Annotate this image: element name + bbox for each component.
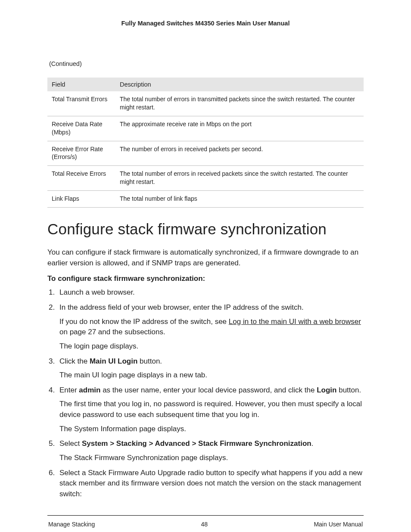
- step-5: Select System > Stacking > Advanced > St…: [57, 439, 364, 463]
- link-login-main-ui[interactable]: Log in to the main UI with a web browser: [229, 317, 361, 326]
- step-4: Enter admin as the user name, enter your…: [57, 385, 364, 435]
- page-footer: Manage Stacking 48 Main User Manual: [47, 521, 364, 528]
- step-sub: The main UI login page displays in a new…: [59, 370, 364, 381]
- step-3: Click the Main UI Login button. The main…: [57, 356, 364, 381]
- table-row: Total Transmit Errors The total number o…: [47, 91, 364, 116]
- login-label: Login: [317, 386, 336, 394]
- field-desc: The total number of errors in transmitte…: [115, 91, 364, 116]
- field-desc: The total number of errors in received p…: [115, 166, 364, 191]
- field-name: Total Receive Errors: [47, 166, 115, 191]
- intro-paragraph: You can configure if stack firmware is a…: [47, 247, 364, 268]
- field-name: Receive Error Rate (Errors/s): [47, 141, 115, 166]
- footer-page-number: 48: [201, 521, 208, 528]
- footer-left: Manage Stacking: [48, 521, 95, 528]
- admin-label: admin: [79, 386, 100, 394]
- continued-label: (Continued): [49, 60, 364, 67]
- field-desc: The approximate receive rate in Mbps on …: [115, 116, 364, 141]
- footer-right: Main User Manual: [314, 521, 363, 528]
- col-field: Field: [47, 78, 115, 91]
- field-desc: The total number of link flaps: [115, 191, 364, 208]
- main-ui-login-label: Main UI Login: [90, 357, 137, 365]
- table-row: Receive Data Rate (Mbps) The approximate…: [47, 116, 364, 141]
- col-description: Description: [115, 78, 364, 91]
- step-6: Select a Stack Firmware Auto Upgrade rad…: [57, 468, 364, 500]
- step-sub: The login page displays.: [59, 341, 364, 352]
- section-title: Configure stack firmware synchronization: [47, 221, 364, 238]
- step-sub: The Stack Firmware Synchronization page …: [59, 453, 364, 464]
- table-row: Receive Error Rate (Errors/s) The number…: [47, 141, 364, 166]
- doc-header: Fully Managed Switches M4350 Series Main…: [47, 20, 364, 27]
- steps-list: Launch a web browser. In the address fie…: [47, 287, 364, 499]
- nav-path: System > Stacking > Advanced > Stack Fir…: [82, 439, 311, 448]
- footer-rule: [47, 515, 364, 516]
- table-row: Link Flaps The total number of link flap…: [47, 191, 364, 208]
- field-desc: The number of errors in received packets…: [115, 141, 364, 166]
- step-text: In the address field of your web browser…: [59, 303, 304, 311]
- fields-table: Field Description Total Transmit Errors …: [47, 78, 364, 208]
- step-text: Select a Stack Firmware Auto Upgrade rad…: [59, 469, 362, 498]
- step-sub: If you do not know the IP address of the…: [59, 317, 364, 338]
- step-sub: The System Information page displays.: [59, 424, 364, 435]
- procedure-heading: To configure stack firmware synchronizat…: [47, 274, 364, 283]
- step-text: Launch a web browser.: [59, 288, 135, 296]
- field-name: Total Transmit Errors: [47, 91, 115, 116]
- step-sub: The first time that you log in, no passw…: [59, 399, 364, 420]
- field-name: Receive Data Rate (Mbps): [47, 116, 115, 141]
- step-1: Launch a web browser.: [57, 287, 364, 298]
- table-row: Total Receive Errors The total number of…: [47, 166, 364, 191]
- step-2: In the address field of your web browser…: [57, 302, 364, 352]
- field-name: Link Flaps: [47, 191, 115, 208]
